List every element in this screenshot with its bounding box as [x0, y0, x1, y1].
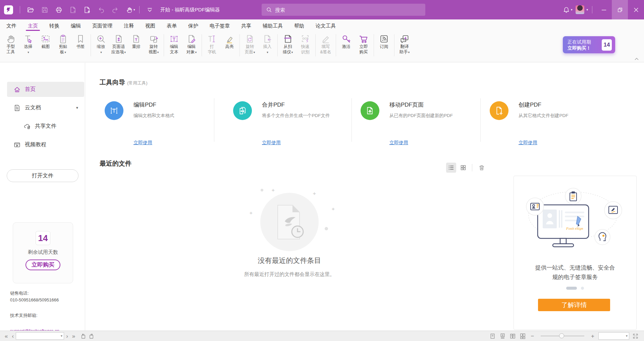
ribbon-separator [315, 34, 316, 56]
ribbon-select[interactable]: 选择 [19, 32, 37, 55]
ribbon-from-scanner[interactable]: 从扫 描仪 [279, 32, 297, 55]
chevron-down-icon[interactable]: ▾ [626, 334, 628, 338]
scroll-up-icon[interactable] [634, 57, 639, 61]
dropdown-caret[interactable]: ▾ [133, 8, 135, 11]
single-page-view-button[interactable] [488, 332, 496, 340]
carousel-indicators [514, 287, 636, 290]
menu-home[interactable]: 主页 [22, 19, 44, 32]
dropdown-caret[interactable]: ▾ [586, 8, 588, 11]
empty-state-subtitle: 所有最近打开过的文件都会显示在这里。 [201, 271, 378, 278]
chevron-down-icon[interactable]: ▾ [61, 334, 62, 338]
menu-protect[interactable]: 保护 [182, 19, 204, 32]
ribbon-snapshot[interactable]: 截图 [37, 32, 54, 49]
zoom-slider[interactable] [541, 333, 584, 339]
ribbon-highlight[interactable]: 高亮 [221, 32, 238, 49]
ribbon-quick-ocr[interactable]: OCR 快速 识别 [297, 32, 314, 55]
add-page-icon-button[interactable] [80, 0, 94, 19]
page-number-input[interactable] [16, 333, 64, 339]
zoom-level-input[interactable] [599, 333, 629, 339]
ribbon-fill-sign[interactable]: 填写 &签名 [317, 32, 334, 55]
key-icon [341, 34, 351, 44]
menu-accessibility[interactable]: 辅助工具 [257, 19, 288, 32]
rotate-right-button[interactable] [87, 332, 95, 340]
ribbon-separator [336, 34, 336, 56]
ribbon-translate-assistant[interactable]: 翻译 助手 [396, 32, 413, 55]
menu-comment[interactable]: 注释 [118, 19, 140, 32]
restore-button[interactable] [612, 0, 628, 19]
dropdown-caret[interactable]: ▾ [571, 8, 573, 11]
menu-esign[interactable]: 电子签章 [204, 19, 235, 32]
buy-now-button[interactable]: 立即购买 [25, 260, 60, 270]
grid-view-button[interactable] [458, 163, 468, 173]
redo-button[interactable] [108, 0, 122, 19]
menu-view[interactable]: 视图 [140, 19, 161, 32]
use-now-link[interactable]: 立即使用 [133, 140, 152, 146]
ribbon-rotate-pages[interactable]: 旋转 页面 [241, 32, 259, 55]
clear-recent-button[interactable] [477, 163, 487, 173]
ribbon-subscribe[interactable]: 订阅 [375, 32, 393, 49]
use-now-link[interactable]: 立即使用 [519, 140, 537, 146]
menu-share[interactable]: 共享 [235, 19, 257, 32]
menu-help[interactable]: 帮助 [288, 19, 310, 32]
menu-edit[interactable]: 编辑 [65, 19, 87, 32]
remove-page-icon-button[interactable] [66, 0, 80, 19]
highlight-icon [224, 34, 234, 44]
facing-continuous-view-button[interactable] [519, 332, 527, 340]
page-number-combobox[interactable]: ▾ [16, 332, 64, 340]
menu-file[interactable]: 文件 [1, 19, 22, 32]
ribbon-activate[interactable]: 激活 [337, 32, 355, 49]
use-now-link[interactable]: 立即使用 [262, 140, 281, 146]
zoom-level-combobox[interactable]: ▾ [598, 332, 629, 340]
print-icon-button[interactable] [52, 0, 66, 19]
ribbon-edit-text[interactable]: 编辑 文本 [165, 32, 183, 55]
collapse-toolbar-button[interactable] [143, 0, 157, 19]
sidebar-item-shared-files[interactable]: 共享文件 [7, 119, 84, 134]
ribbon-edit-object[interactable]: 编辑 对象 [183, 32, 200, 55]
ribbon-typewriter[interactable]: 打 字机 [203, 32, 221, 55]
menu-convert[interactable]: 转换 [44, 19, 65, 32]
minimize-button[interactable] [596, 0, 612, 19]
undo-button[interactable] [94, 0, 108, 19]
facing-view-button[interactable] [508, 332, 517, 340]
ribbon-rotate-view[interactable]: 旋转 视图 [145, 32, 162, 55]
save-icon-button[interactable] [38, 0, 52, 19]
carousel-dot-active [566, 287, 577, 290]
rotate-left-button[interactable] [79, 332, 87, 340]
search-input[interactable] [262, 4, 425, 16]
open-file-button[interactable]: 打开文件 [7, 169, 78, 182]
learn-more-button[interactable]: 了解详情 [538, 299, 610, 311]
menu-paper-tools[interactable]: 论文工具 [310, 19, 341, 32]
zoom-in-button[interactable]: + [589, 333, 596, 339]
sidebar-item-video-tutorial[interactable]: 视频教程 [7, 137, 84, 152]
ribbon-buy-now[interactable]: 立即 购买 [355, 32, 372, 55]
sidebar-item-home[interactable]: 首页 [7, 82, 84, 97]
use-now-link[interactable]: 立即使用 [389, 140, 408, 146]
user-avatar[interactable] [576, 5, 584, 14]
ribbon-clipboard[interactable]: 剪贴 板 [54, 32, 72, 55]
ribbon-insert-pages[interactable]: 插入 [259, 32, 276, 55]
open-file-icon-button[interactable] [23, 0, 38, 19]
previous-page-button[interactable]: ‹ [10, 333, 16, 339]
sidebar-item-cloud-docs[interactable]: 云文档 ▼ [7, 100, 84, 115]
trial-badge[interactable]: 正在试用期 立即购买！ 14 [563, 36, 615, 53]
last-page-button[interactable]: » [70, 333, 77, 339]
first-page-button[interactable]: « [3, 333, 10, 339]
ribbon-reflow[interactable]: 重排 [127, 32, 145, 49]
hand-icon [6, 34, 16, 44]
menu-page-organize[interactable]: 页面管理 [87, 19, 118, 32]
ribbon-hand-tool[interactable]: 手型 工具 [2, 32, 19, 55]
ribbon-zoom[interactable]: 缩放 [92, 32, 110, 55]
search-box[interactable] [262, 4, 425, 16]
close-button[interactable] [628, 0, 644, 19]
ribbon-page-fit-options[interactable]: 页面适 应选项 [110, 32, 127, 55]
fullscreen-button[interactable] [631, 332, 639, 340]
tool-card-create-pdf: 创建PDF 从其它格式文件创建PDF 立即使用 [490, 100, 597, 149]
ribbon-bookmark[interactable]: 书签 [72, 32, 89, 49]
menu-form[interactable]: 表单 [161, 19, 182, 32]
continuous-view-button[interactable] [498, 332, 506, 340]
zoom-slider-thumb[interactable] [559, 333, 564, 338]
chevron-down-icon[interactable]: ▼ [75, 106, 79, 110]
list-view-button[interactable] [446, 163, 456, 173]
next-page-button[interactable]: › [64, 333, 70, 339]
zoom-out-button[interactable]: − [529, 333, 536, 339]
